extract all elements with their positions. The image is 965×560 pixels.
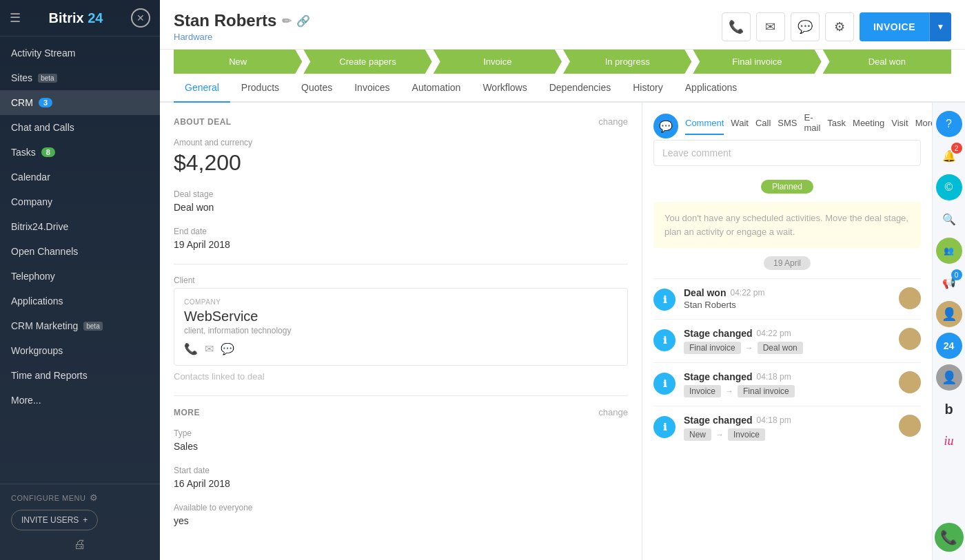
deal-name: Stan Roberts ✏ 🔗 xyxy=(174,11,310,30)
activity-content: Stage changed 04:18 pm Invoice → Final i… xyxy=(684,371,891,397)
activity-header: 💬 Comment Wait Call SMS E-mail Task Meet… xyxy=(642,103,932,140)
sidebar-item-company[interactable]: Company xyxy=(0,189,160,214)
sidebar-item-telephony[interactable]: Telephony xyxy=(0,264,160,289)
activity-tab-meeting[interactable]: Meeting xyxy=(853,118,884,135)
configure-menu-button[interactable]: CONFIGURE MENU ⚙ xyxy=(11,492,149,503)
notification2-button[interactable]: 📢 0 xyxy=(936,269,962,295)
planned-badge: Planned xyxy=(761,180,813,194)
activity-tab-visit[interactable]: Visit xyxy=(891,118,908,135)
stage-final-invoice-button[interactable]: Final invoice xyxy=(693,50,821,74)
tab-invoices[interactable]: Invoices xyxy=(343,74,400,103)
invoice-main-button[interactable]: INVOICE xyxy=(860,12,929,41)
sidebar-item-bitrix24drive[interactable]: Bitrix24.Drive xyxy=(0,214,160,239)
sidebar-item-label: CRM xyxy=(11,97,33,108)
deal-stage-label: Deal stage xyxy=(174,189,628,199)
settings-action-button[interactable]: ⚙ xyxy=(825,12,854,41)
company-label: COMPANY xyxy=(184,298,618,306)
about-deal-change-link[interactable]: change xyxy=(598,116,628,127)
start-date-value: 16 April 2018 xyxy=(174,478,628,489)
text-b-button[interactable]: b xyxy=(936,396,962,422)
sidebar-item-calendar[interactable]: Calendar xyxy=(0,165,160,189)
more-change-link[interactable]: change xyxy=(598,407,628,417)
activity-tab-email[interactable]: E-mail xyxy=(804,112,820,140)
activity-tab-sms[interactable]: SMS xyxy=(778,118,797,135)
sidebar-item-more[interactable]: More... xyxy=(0,388,160,413)
deal-tabs: General Products Quotes Invoices Automat… xyxy=(160,74,965,103)
activity-title-text: Stage changed xyxy=(684,328,753,339)
activity-icon: ℹ xyxy=(653,289,676,311)
sidebar-item-tasks[interactable]: Tasks 8 xyxy=(0,140,160,165)
activity-tab-comment[interactable]: Comment xyxy=(685,118,724,135)
client-email-icon[interactable]: ✉ xyxy=(205,342,214,355)
user-avatar2-button[interactable]: 👤 xyxy=(936,364,962,391)
script-icon-button[interactable]: iu xyxy=(936,428,962,454)
sidebar-item-activity-stream[interactable]: Activity Stream xyxy=(0,41,160,65)
printer-icon[interactable]: 🖨 xyxy=(11,537,149,552)
sidebar: ☰ Bitrix 24 ✕ Activity Stream Sites beta… xyxy=(0,0,160,560)
tab-dependencies[interactable]: Dependencies xyxy=(538,74,622,103)
about-deal-title: ABOUT DEAL xyxy=(174,117,232,127)
activity-tab-wait[interactable]: Wait xyxy=(731,118,749,135)
user-avatar-button[interactable]: 👤 xyxy=(936,301,962,327)
avatar-group-button[interactable]: 👥 xyxy=(936,238,962,264)
stage-create-papers-button[interactable]: Create papers xyxy=(303,50,431,74)
client-chat-icon[interactable]: 💬 xyxy=(221,342,234,355)
more-section-title: MORE xyxy=(174,408,200,417)
comment-input[interactable]: Leave comment xyxy=(653,140,921,166)
activity-icon: ℹ xyxy=(653,416,676,438)
invoice-button-group: INVOICE ▼ xyxy=(860,12,951,41)
sidebar-item-crm-marketing[interactable]: CRM Marketing beta xyxy=(0,313,160,338)
activity-title: Stage changed 04:22 pm xyxy=(684,328,891,339)
activity-tab-task[interactable]: Task xyxy=(827,118,846,135)
crm-icon-button[interactable]: © xyxy=(936,174,962,200)
activity-tab-call[interactable]: Call xyxy=(755,118,771,135)
sidebar-item-workgroups[interactable]: Workgroups xyxy=(0,338,160,363)
end-date-label: End date xyxy=(174,227,628,236)
tab-quotes[interactable]: Quotes xyxy=(290,74,343,103)
sidebar-item-chat-calls[interactable]: Chat and Calls xyxy=(0,115,160,140)
search-icon-button[interactable]: 🔍 xyxy=(936,206,962,232)
activity-time: 04:22 pm xyxy=(730,288,764,298)
tab-products[interactable]: Products xyxy=(230,74,290,103)
activity-content: Deal won 04:22 pm Stan Roberts xyxy=(684,287,891,311)
deal-subtitle: Hardware xyxy=(174,32,310,42)
sidebar-item-sites[interactable]: Sites beta xyxy=(0,65,160,90)
activity-tab-more[interactable]: More... xyxy=(915,118,932,135)
link-icon[interactable]: 🔗 xyxy=(296,14,310,28)
avatar xyxy=(899,371,921,393)
sidebar-item-applications[interactable]: Applications xyxy=(0,289,160,313)
tab-workflows[interactable]: Workflows xyxy=(471,74,538,103)
chat-action-button[interactable]: 💬 xyxy=(791,12,820,41)
client-phone-icon[interactable]: 📞 xyxy=(184,342,198,355)
close-sidebar-button[interactable]: ✕ xyxy=(131,8,150,28)
email-action-button[interactable]: ✉ xyxy=(756,12,785,41)
stage-invoice-button[interactable]: Invoice xyxy=(434,50,562,74)
tab-history[interactable]: History xyxy=(622,74,674,103)
help-icon-button[interactable]: ? xyxy=(936,111,962,137)
sidebar-item-label: Telephony xyxy=(11,271,55,282)
stage-deal-won-button[interactable]: Deal won xyxy=(823,50,951,74)
edit-icon[interactable]: ✏ xyxy=(282,14,291,28)
avatar xyxy=(899,415,921,437)
logo-num: 24 xyxy=(88,10,103,25)
bitrix24-num-button[interactable]: 24 xyxy=(936,333,962,359)
sidebar-header: ☰ Bitrix 24 ✕ xyxy=(0,0,160,37)
stage-new-button[interactable]: New xyxy=(174,50,302,74)
tab-applications[interactable]: Applications xyxy=(674,74,749,103)
activity-title-text: Stage changed xyxy=(684,415,753,426)
invite-users-button[interactable]: INVITE USERS + xyxy=(11,510,98,530)
sidebar-item-open-channels[interactable]: Open Channels xyxy=(0,239,160,264)
invoice-dropdown-button[interactable]: ▼ xyxy=(929,12,951,41)
tab-general[interactable]: General xyxy=(174,74,230,103)
sidebar-item-time-reports[interactable]: Time and Reports xyxy=(0,363,160,388)
date-separator: 19 April xyxy=(653,256,921,270)
configure-menu-label: CONFIGURE MENU xyxy=(11,494,85,502)
notifications-button[interactable]: 🔔 2 xyxy=(936,143,962,169)
phone-float-button[interactable]: 📞 xyxy=(935,523,964,552)
stage-in-progress-button[interactable]: In progress xyxy=(563,50,691,74)
hamburger-icon[interactable]: ☰ xyxy=(10,10,21,25)
notification2-badge: 0 xyxy=(951,269,962,280)
sidebar-item-crm[interactable]: CRM 3 xyxy=(0,90,160,115)
phone-action-button[interactable]: 📞 xyxy=(722,12,751,41)
tab-automation[interactable]: Automation xyxy=(401,74,472,103)
